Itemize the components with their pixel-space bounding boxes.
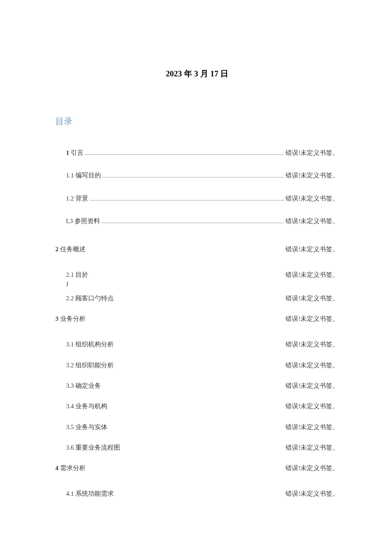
page-date-title: 2023 年 3 月 17 日 (55, 68, 339, 79)
toc-error: 错误!未定义书签。 (285, 245, 339, 253)
toc-entry: 1.1 编写目的 错误!未定义书签。 (55, 171, 339, 180)
toc-error: 错误!未定义书签。 (285, 402, 339, 410)
toc-num: 2.2 (66, 295, 74, 302)
toc-num: 4.1 (66, 490, 74, 497)
toc-num: 3.3 (66, 382, 74, 389)
toc-label: 组织机构分析 (75, 341, 114, 348)
toc-label: 引言 (71, 149, 84, 156)
toc-error: 错误!未定义书签。 (285, 194, 339, 203)
toc-error: 错误!未定义书签。 (285, 314, 339, 323)
toc-entry: 2.1 目於 错误!未定义书签。 (55, 270, 339, 279)
toc-error: 错误!未定义书签。 (285, 361, 339, 369)
toc-error: 错误!未定义书签。 (285, 464, 339, 472)
toc-entry: 3.4 业务与机构 错误!未定义书签。 (55, 402, 339, 410)
toc-dots (90, 200, 284, 200)
toc-num: L3 (66, 218, 73, 224)
toc-num: 3.6 (66, 444, 74, 451)
toc-error: 错误!未定义书签。 (285, 294, 339, 302)
toc-label: 组织职能分析 (75, 362, 114, 369)
toc-num: 3.5 (66, 424, 74, 430)
toc-error: 错误!未定义书签。 (285, 218, 339, 224)
toc-num: 3.1 (66, 341, 74, 348)
toc-label: 背景 (75, 195, 88, 202)
toc-entry: 3.2 组织职能分析 错误!未定义书签。 (55, 361, 339, 369)
toc-label: 需求分析 (60, 465, 86, 471)
toc-stray-char: J (55, 281, 339, 288)
toc-error: 错误!未定义书签。 (285, 443, 339, 452)
toc-error: 错误!未定义书签。 (285, 148, 339, 157)
toc-num: 1.1 (66, 172, 74, 179)
toc-error: 错误!未定义书签。 (285, 171, 339, 180)
toc-dots (103, 177, 284, 177)
toc-list: 1 引言 错误!未定义书签。 1.1 编写目的 错误!未定义书签。 1.2 背景… (55, 148, 339, 498)
toc-error: 错误!未定义书签。 (285, 381, 339, 390)
toc-num: 3 (55, 315, 58, 322)
toc-label: 任务概述 (60, 246, 86, 253)
toc-error: 错误!未定义书签。 (285, 340, 339, 349)
toc-num: 1 (66, 149, 69, 156)
toc-entry: 3.5 业务与实体 错误!未定义书签。 (55, 423, 339, 431)
toc-label: 编写目的 (75, 172, 101, 179)
toc-entry: 4 需求分析 错误!未定义书签。 (55, 464, 339, 472)
toc-num: 4 (55, 465, 58, 471)
toc-entry: 1.2 背景 错误!未定义书签。 (55, 194, 339, 203)
toc-heading: 目录 (55, 116, 339, 127)
toc-label: 目於 (75, 271, 88, 278)
toc-error: 错误!未定义书签。 (285, 270, 339, 279)
toc-label: 业务与机构 (75, 403, 107, 410)
toc-entry: 1 引言 错误!未定义书签。 (55, 148, 339, 157)
toc-entry: 2.2 顾客口勺特点 错误!未定义书签。 (55, 294, 339, 302)
toc-entry: 3.1 组织机构分析 错误!未定义书签。 (55, 340, 339, 349)
toc-dots (85, 154, 284, 155)
toc-label: 确定业务 (75, 382, 101, 389)
toc-label: 业务分析 (60, 315, 86, 322)
toc-entry: 3.3 确定业务 错误!未定义书签。 (55, 381, 339, 390)
toc-num: 2.1 (66, 271, 74, 278)
toc-label: 重要业务流程图 (75, 444, 120, 451)
toc-num: 2 (55, 246, 58, 253)
toc-num: 3.4 (66, 403, 74, 410)
toc-label: 顾客口勺特点 (75, 295, 114, 302)
toc-entry: 3 业务分析 错误!未定义书签。 (55, 314, 339, 323)
toc-entry: 3.6 重要业务流程图 错误!未定义书签。 (55, 443, 339, 452)
toc-entry: L3 参照资料 错误!未定义书签。 (55, 217, 339, 225)
toc-num: 1.2 (66, 195, 74, 202)
toc-label: 参照资料 (75, 218, 100, 224)
toc-label: 系统功能需求 (75, 490, 114, 497)
toc-error: 错误!未定义书签。 (285, 489, 339, 498)
toc-dots (102, 223, 284, 223)
toc-entry: 4.1 系统功能需求 错误!未定义书签。 (55, 489, 339, 498)
toc-num: 3.2 (66, 362, 74, 369)
toc-label: 业务与实体 (75, 424, 107, 430)
toc-error: 错误!未定义书签。 (285, 423, 339, 431)
toc-entry: 2 任务概述 错误!未定义书签。 (55, 245, 339, 253)
